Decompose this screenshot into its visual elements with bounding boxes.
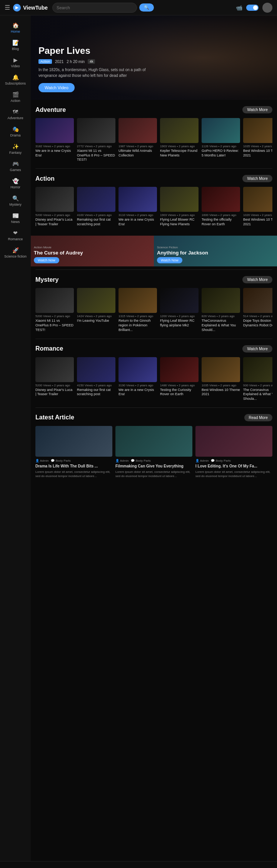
video-card[interactable]: 514 Views • 2 years ago Dope Toys Boston… bbox=[243, 288, 272, 332]
mystery-title: Mystery bbox=[35, 276, 58, 283]
adventure-watch-more-button[interactable]: Watch More bbox=[242, 106, 272, 113]
video-thumb-bg bbox=[118, 118, 157, 143]
sidebar-item-video[interactable]: ▶ Video bbox=[0, 54, 31, 71]
sidebar-item-label: Video bbox=[11, 64, 20, 68]
romance-watch-more-button[interactable]: Watch More bbox=[242, 345, 272, 353]
sidebar-item-games[interactable]: 🎮 Games bbox=[0, 158, 31, 175]
sidebar-item-action[interactable]: 🎬 Action bbox=[0, 88, 31, 106]
video-card[interactable]: 1035 Views • 2 years ago Best Windows 10… bbox=[202, 357, 240, 401]
video-title: Disney and Pixar's Luca | Teaser Trailer bbox=[35, 388, 74, 397]
video-icon[interactable]: 📹 bbox=[236, 5, 242, 11]
sidebar-item-fantasy[interactable]: ✨ Fantasy bbox=[0, 140, 31, 158]
sidebar-item-subscriptions[interactable]: 🔔 Subscriptions bbox=[0, 71, 31, 88]
logo[interactable]: ▶ ViewTube bbox=[13, 4, 48, 12]
video-title: Remaking our first cat scratching post bbox=[77, 218, 115, 226]
video-thumbnail bbox=[160, 118, 199, 143]
article-card[interactable]: 👤 Admin 💬 Body Parts I Love Editing. It'… bbox=[195, 426, 272, 478]
video-card[interactable]: 1987 Views • 2 years ago Ultimate Wild A… bbox=[118, 118, 157, 162]
sidebar-item-news[interactable]: 📰 News bbox=[0, 210, 31, 227]
search-bar bbox=[52, 3, 137, 13]
video-card[interactable]: 1315 Views • 2 years ago Return to the G… bbox=[118, 288, 157, 332]
video-title: Kepler Telescope Found New Planets bbox=[160, 149, 199, 158]
video-thumbnail bbox=[77, 357, 115, 382]
promo-watch-button[interactable]: Watch Now bbox=[34, 257, 59, 263]
romance-section: Romance Watch More 5200 Views • 2 years … bbox=[31, 339, 277, 407]
video-meta: 1486 Views • 2 years ago bbox=[160, 384, 199, 387]
avatar[interactable] bbox=[262, 3, 272, 13]
video-meta: 826 Views • 2 years ago bbox=[202, 314, 240, 318]
sidebar-item-adventure[interactable]: 🗺 Adventure bbox=[0, 106, 31, 123]
video-thumbnail bbox=[118, 357, 157, 382]
romance-video-grid: 5200 Views • 2 years ago Disney and Pixa… bbox=[35, 357, 272, 401]
video-thumb-bg bbox=[202, 118, 240, 143]
menu-icon[interactable]: ☰ bbox=[5, 4, 10, 11]
article-thumbnail bbox=[195, 426, 272, 457]
article-description: Lorem ipsum dolor sit amet, consectetur … bbox=[115, 470, 192, 478]
video-meta: 4150 Views • 2 years ago bbox=[77, 384, 115, 387]
video-card[interactable]: 4150 Views • 2 years ago Remaking our fi… bbox=[77, 357, 115, 401]
sidebar-item-label: Action bbox=[10, 99, 20, 103]
article-grid: 👤 Admin 💬 Body Parts Drama Is Life With … bbox=[35, 426, 272, 478]
video-card[interactable]: 3182 Views • 2 years ago We are in a new… bbox=[35, 118, 74, 162]
article-title: I Love Editing. It's One Of My Fa... bbox=[195, 464, 272, 469]
video-card[interactable]: 3110 Views • 2 years ago We are in a new… bbox=[118, 187, 157, 226]
video-meta: 1035 Views • 2 years ago bbox=[243, 145, 272, 148]
articles-read-more-button[interactable]: Read More bbox=[244, 414, 272, 421]
video-card[interactable]: 5200 Views • 2 years ago Disney and Pixa… bbox=[35, 187, 74, 226]
sidebar-item-mystery[interactable]: 🔍 Mystery bbox=[0, 192, 31, 210]
sidebar-item-label: News bbox=[11, 220, 20, 224]
article-card[interactable]: 👤 Admin 💬 Body Parts Filmmaking Can Give… bbox=[115, 426, 192, 478]
video-thumb-bg bbox=[202, 357, 240, 382]
fantasy-icon: ✨ bbox=[12, 143, 19, 150]
action-section-header: Action Watch More bbox=[35, 175, 272, 182]
sidebar-item-horror[interactable]: 👻 Horror bbox=[0, 175, 31, 192]
hero-watch-button[interactable]: Watch Video bbox=[38, 83, 75, 92]
video-card[interactable]: 1486 Views • 2 years ago Testing the Cur… bbox=[160, 357, 199, 401]
article-card[interactable]: 👤 Admin 💬 Body Parts Drama Is Life With … bbox=[35, 426, 112, 478]
video-card[interactable]: 4100 Views • 2 years ago Remaking our fi… bbox=[77, 187, 115, 226]
main-layout: 🏠 Home 📝 Blog ▶ Video 🔔 Subscriptions 🎬 … bbox=[0, 15, 277, 861]
video-meta: 1600 Views • 2 years ago bbox=[202, 213, 240, 217]
video-card[interactable]: 1035 Views • 2 years ago Best Windows 10… bbox=[243, 118, 272, 162]
mystery-watch-more-button[interactable]: Watch More bbox=[242, 276, 272, 283]
sidebar-item-scifi[interactable]: 🚀 Science fiction bbox=[0, 244, 31, 261]
video-card[interactable]: 5200 Views • 2 years ago Disney and Pixa… bbox=[35, 357, 74, 401]
sidebar-item-home[interactable]: 🏠 Home bbox=[0, 19, 31, 37]
sidebar-item-drama[interactable]: 🎭 Drama bbox=[0, 123, 31, 140]
video-card[interactable]: 2772 Views • 2 years ago Xiaomi Mi 11 vs… bbox=[77, 118, 115, 162]
video-meta: 1424 Views • 2 years ago bbox=[77, 314, 115, 318]
video-card[interactable]: 3190 Views • 2 years ago We are in a new… bbox=[118, 357, 157, 401]
sidebar-item-blog[interactable]: 📝 Blog bbox=[0, 37, 31, 54]
video-card[interactable]: 1424 Views • 2 years ago I'm Leaving You… bbox=[77, 288, 115, 332]
sidebar-item-label: Home bbox=[11, 30, 20, 33]
video-meta: 3190 Views • 2 years ago bbox=[118, 384, 157, 387]
video-card[interactable]: 1903 Views • 2 years ago Flying Leaf Blo… bbox=[160, 187, 199, 226]
video-card[interactable]: 5200 Views • 2 years ago Xiaomi Mi 11 vs… bbox=[35, 288, 74, 332]
video-card[interactable]: 826 Views • 2 years ago TheCoronavirus E… bbox=[202, 288, 240, 332]
video-thumbnail bbox=[35, 357, 74, 382]
action-section: Action Watch More 5200 Views • 2 years a… bbox=[31, 169, 277, 233]
video-title: GoPro HERO 9 Review: 5 Months Later! bbox=[202, 149, 240, 158]
video-meta: 1903 Views • 2 years ago bbox=[160, 145, 199, 148]
adventure-title: Adventure bbox=[35, 106, 66, 113]
mystery-section: Mystery Watch More 5200 Views • 2 years … bbox=[31, 270, 277, 338]
hero-year: 2021 bbox=[55, 60, 63, 64]
drama-icon: 🎭 bbox=[12, 126, 19, 132]
video-title: TheCoronavirus Explained & What You Shou… bbox=[202, 319, 240, 332]
search-input[interactable] bbox=[57, 5, 133, 10]
sidebar-item-label: Games bbox=[10, 168, 21, 172]
video-title: I'm Leaving YouTube bbox=[77, 319, 115, 323]
video-card[interactable]: 1903 Views • 2 years ago Kepler Telescop… bbox=[160, 118, 199, 162]
theme-toggle[interactable] bbox=[246, 5, 259, 11]
sidebar-item-romance[interactable]: ❤ Romance bbox=[0, 227, 31, 244]
video-card[interactable]: 1600 Views • 2 years ago Testing the off… bbox=[202, 187, 240, 226]
video-card[interactable]: 1020 Views • 2 years ago Best Windows 10… bbox=[243, 187, 272, 226]
video-title: Flying Leaf Blower RC flying airplane Mk… bbox=[160, 319, 199, 328]
video-card[interactable]: 930 Views • 2 years ago The Coronavirus … bbox=[243, 357, 272, 401]
promo-watch-button[interactable]: Watch Now bbox=[157, 257, 182, 263]
video-card[interactable]: 1126 Views • 2 years ago GoPro HERO 9 Re… bbox=[202, 118, 240, 162]
video-card[interactable]: 1200 Views • 2 years ago Flying Leaf Blo… bbox=[160, 288, 199, 332]
adventure-video-grid: 3182 Views • 2 years ago We are in a new… bbox=[35, 118, 272, 162]
action-watch-more-button[interactable]: Watch More bbox=[242, 175, 272, 182]
search-button[interactable]: 🔍 bbox=[139, 3, 154, 12]
